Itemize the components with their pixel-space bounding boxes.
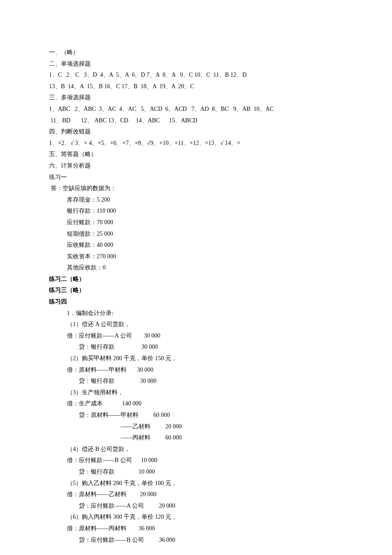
section-3-answers-2: 11、BD 12、 ABC 13、CD 14、ABC 15、ABCD xyxy=(49,115,343,127)
section-4-answers: 1、×2、√ 3、× 4、×5、×6、×7、×8、√9、×10、×11、×12、… xyxy=(49,138,343,149)
exercise-1-item: 其他应收款：0 xyxy=(49,262,343,274)
section-2-title: 二、单项选择题 xyxy=(49,58,343,70)
section-3-answers-1: 1、ABC 2、ABC 3、AC 4、AC 5、ACD 6、ACD 7、AD 8… xyxy=(49,104,343,115)
entry-2-debit: 借：原材料——甲材料 30 000 xyxy=(49,364,343,376)
exercise-2: 练习二（略） xyxy=(49,274,343,285)
section-4-title: 四、判断改错题 xyxy=(49,126,343,138)
entry-6-debit: 借：原材料——丙材料 36 000 xyxy=(49,523,343,535)
entry-1-desc: （1）偿还 A 公司货款， xyxy=(49,319,343,330)
exercise-3: 练习三（略） xyxy=(49,285,343,296)
entry-3-credit-2: ——乙材料 20 000 xyxy=(49,421,343,433)
entry-4-credit: 贷：银行存款 10 000 xyxy=(49,466,343,478)
entry-3-debit: 借：生产成本 140 000 xyxy=(49,398,343,410)
exercise-4-title: 练习四 xyxy=(49,296,343,308)
section-5: 五、简答题（略） xyxy=(49,149,343,160)
exercise-1-answer: 答：空缺应填的数据为： xyxy=(49,183,343,194)
entry-5-desc: （5）购入乙材料 200 千克，单价 100 元， xyxy=(49,478,343,489)
section-6-title: 六、计算分析题 xyxy=(49,160,343,172)
entry-3-desc: （3）生产领用材料， xyxy=(49,387,343,399)
entry-3-credit-3: ——丙材料 60 000 xyxy=(49,432,343,444)
section-2-answers-1: 1、C 2、C 3、D 4、A 5、A 6、D 7、A 8、A 9、C 10、C… xyxy=(49,69,343,81)
entry-5-debit: 借：原材料——乙材料 20 000 xyxy=(49,489,343,500)
exercise-1-item: 短期借款：25 000 xyxy=(49,228,343,240)
section-2-answers-2: 13、B 14、A 15、B 16、C 17、B 18、A 19、A 20、C xyxy=(49,81,343,92)
exercise-1-item: 应付账款：70 000 xyxy=(49,217,343,228)
section-3-title: 三、多项选择题 xyxy=(49,92,343,104)
entry-1-credit: 贷：银行存款 30 000 xyxy=(49,341,343,353)
section-1: 一、（略） xyxy=(49,47,343,58)
entry-1-debit: 借：应付账款——A 公司 30 000 xyxy=(49,330,343,342)
entry-2-credit: 贷：银行存款 30 000 xyxy=(49,376,343,387)
exercise-4-item-1: 1．编制会计分录: xyxy=(49,308,343,319)
entry-5-credit: 贷：应付账款——A 公司 20 000 xyxy=(49,500,343,512)
exercise-1-title: 练习一 xyxy=(49,172,343,183)
exercise-1-item: 实收资本：270 000 xyxy=(49,251,343,263)
exercise-1-item: 库存现金：5 200 xyxy=(49,194,343,206)
entry-4-desc: （4）偿还 B 公司货款， xyxy=(49,444,343,455)
exercise-1-item: 应收账款：40 000 xyxy=(49,240,343,251)
entry-6-credit: 贷：应付账款——B 公司 36 000 xyxy=(49,535,343,546)
entry-6-desc: （6）购入丙材料 300 千克，单价 120 元， xyxy=(49,512,343,523)
entry-2-desc: （2）购买甲材料 200 千克，单价 150 元， xyxy=(49,353,343,364)
exercise-1-item: 银行存款：110 000 xyxy=(49,205,343,217)
entry-3-credit-1: 贷：原材料——甲材料 60 000 xyxy=(49,410,343,421)
entry-4-debit: 借：应付账款——B 公司 10 000 xyxy=(49,455,343,466)
